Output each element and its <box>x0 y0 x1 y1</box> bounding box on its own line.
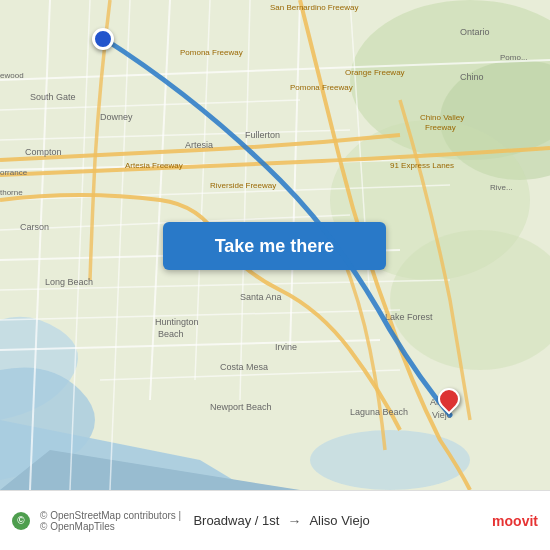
svg-text:orrance: orrance <box>0 168 28 177</box>
svg-text:Santa Ana: Santa Ana <box>240 292 282 302</box>
osm-logo: © <box>12 512 30 530</box>
svg-text:Chino Valley: Chino Valley <box>420 113 464 122</box>
svg-text:Chino: Chino <box>460 72 484 82</box>
svg-text:Orange Freeway: Orange Freeway <box>345 68 405 77</box>
moovit-logo-text: moovit <box>492 513 538 529</box>
svg-text:Downey: Downey <box>100 112 133 122</box>
svg-text:ewood: ewood <box>0 71 24 80</box>
route-info: Broadway / 1st → Aliso Viejo <box>193 513 484 529</box>
svg-text:thorne: thorne <box>0 188 23 197</box>
svg-text:Pomona Freeway: Pomona Freeway <box>290 83 353 92</box>
svg-text:Pomo...: Pomo... <box>500 53 528 62</box>
map-container: South Gate Downey Compton thorne Carson … <box>0 0 550 490</box>
svg-text:Fullerton: Fullerton <box>245 130 280 140</box>
svg-text:Compton: Compton <box>25 147 62 157</box>
svg-text:Costa Mesa: Costa Mesa <box>220 362 268 372</box>
take-me-there-button[interactable]: Take me there <box>163 222 386 270</box>
route-to: Aliso Viejo <box>309 513 369 528</box>
svg-text:Long Beach: Long Beach <box>45 277 93 287</box>
svg-text:Artesia Freeway: Artesia Freeway <box>125 161 183 170</box>
svg-text:San Bernardino Freeway: San Bernardino Freeway <box>270 3 359 12</box>
route-arrow-icon: → <box>287 513 301 529</box>
svg-text:Riverside Freeway: Riverside Freeway <box>210 181 276 190</box>
svg-text:Ontario: Ontario <box>460 27 490 37</box>
route-from: Broadway / 1st <box>193 513 279 528</box>
svg-text:Newport Beach: Newport Beach <box>210 402 272 412</box>
moovit-logo: moovit <box>492 513 538 529</box>
svg-text:Carson: Carson <box>20 222 49 232</box>
svg-point-1 <box>310 430 470 490</box>
destination-marker <box>438 388 460 416</box>
svg-text:91 Express Lanes: 91 Express Lanes <box>390 161 454 170</box>
svg-text:Rive...: Rive... <box>490 183 513 192</box>
svg-text:Artesia: Artesia <box>185 140 213 150</box>
svg-text:Freeway: Freeway <box>425 123 456 132</box>
svg-text:Beach: Beach <box>158 329 184 339</box>
svg-text:Huntington: Huntington <box>155 317 199 327</box>
svg-text:Laguna Beach: Laguna Beach <box>350 407 408 417</box>
origin-marker <box>92 28 114 50</box>
svg-text:South Gate: South Gate <box>30 92 76 102</box>
bottom-bar: © © OpenStreetMap contributors | © OpenM… <box>0 490 550 550</box>
svg-text:Lake Forest: Lake Forest <box>385 312 433 322</box>
copyright-text: © OpenStreetMap contributors | © OpenMap… <box>40 510 185 532</box>
svg-text:Pomona Freeway: Pomona Freeway <box>180 48 243 57</box>
svg-text:Irvine: Irvine <box>275 342 297 352</box>
